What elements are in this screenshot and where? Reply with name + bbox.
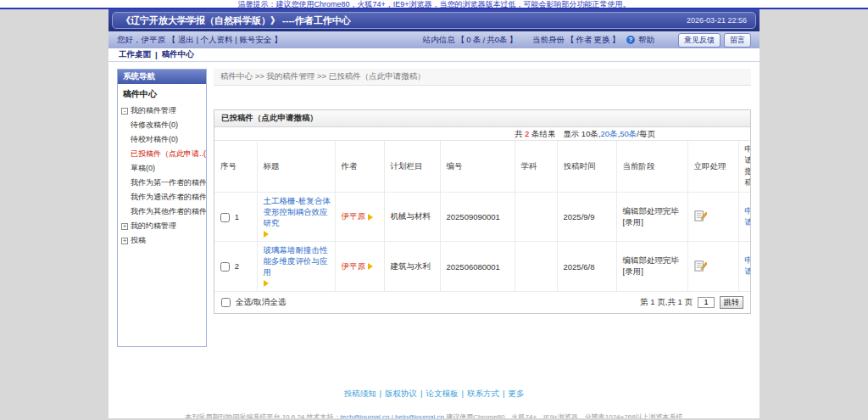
sidebar-group-my-manuscripts[interactable]: - 我的稿件管理 [118, 104, 206, 118]
footer-link-copyright[interactable]: 版权协议 [385, 389, 417, 398]
results-count: 共 2 条结果 [515, 129, 556, 140]
edit-icon[interactable] [694, 210, 707, 224]
account-security-link[interactable]: 账号安全 [239, 35, 271, 44]
status-info: 站内信息 【 0 条 / 共0条 】 当前身份 【 作者 更换 】 ? 帮助 [423, 35, 654, 46]
page-size-20[interactable]: 20条 [601, 129, 618, 138]
author-cell: 伊平原 [335, 242, 384, 291]
sidebar-item-other-author[interactable]: 我作为其他作者的稿件 [118, 204, 206, 219]
subject-cell [515, 193, 557, 242]
col-author: 作者 [335, 141, 384, 193]
withdraw-apply-link[interactable]: 申请 [745, 255, 751, 276]
sidebar-group-label[interactable]: 我的约稿管理 [131, 221, 176, 232]
expand-arrow-icon[interactable] [264, 280, 269, 287]
footer-links: 投稿须知|版权协议|论文模板|联系方式|更多 [108, 389, 760, 400]
sidebar-item-pending-proofread[interactable]: 待校对稿件(0) [118, 132, 206, 147]
leave-message-button[interactable]: 留言 [724, 33, 751, 48]
title-cell: 玻璃幕墙耐撞击性能多维度评价与应用 [257, 242, 335, 291]
sidebar-item-submitted[interactable]: 已投稿件（点此申请..(2) [118, 147, 206, 161]
footer-link-contact[interactable]: 联系方式 [467, 389, 499, 398]
sidebar-group-label[interactable]: 我的稿件管理 [131, 105, 176, 116]
messages-label: 站内信息 [423, 35, 455, 46]
footer-bottom-text: 本刊采用期刊协同采编系统平台 10.6.24 技术支持：tech@journal… [108, 412, 760, 418]
author-cell: 伊平原 [335, 193, 384, 242]
masthead: 《辽宁开放大学学报（自然科学版）》 ----作者工作中心 2026-03-21 … [108, 9, 760, 31]
collapse-icon[interactable]: - [121, 108, 128, 115]
user-bar: 您好，伊平原 【 退出 | 个人资料 | 账号安全 】 站内信息 【 0 条 /… [108, 31, 760, 48]
stage-cell: 编辑部处理完毕[录用] [616, 242, 687, 291]
switch-role-link[interactable]: 更换 [594, 35, 610, 46]
table-row: 1 土工格栅-桩复合体变形控制耦合效应研究 伊平原 机械与材料 [214, 193, 750, 242]
expand-arrow-icon[interactable] [264, 231, 269, 238]
sidebar-item-first-author[interactable]: 我作为第一作者的稿件(2) [118, 176, 206, 190]
separator: | [235, 35, 236, 44]
stage-cell: 编辑部处理完毕[录用] [616, 193, 687, 242]
page-size-options: 显示 10条,20条,50条/每页 [563, 129, 655, 140]
expand-arrow-icon[interactable] [368, 263, 373, 270]
messages-count-link[interactable]: 0 条 [466, 35, 481, 46]
separator: | [196, 35, 198, 44]
sidebar-title: 系统导航 [118, 70, 206, 84]
content-area: 系统导航 稿件中心 - 我的稿件管理 待修改稿件(0) 待校对稿件(0) 已投稿… [108, 62, 760, 347]
masthead-inner: 《辽宁开放大学学报（自然科学版）》 ----作者工作中心 2026-03-21 … [112, 12, 756, 29]
page-number-input[interactable] [698, 297, 715, 308]
footer-link-submission-guide[interactable]: 投稿须知 [344, 389, 376, 398]
current-datetime: 2026-03-21 22:56 [687, 16, 747, 25]
sidebar-item-corresponding-author[interactable]: 我作为通讯作者的稿件 [118, 190, 206, 204]
sidebar-group-submit[interactable]: + 投稿 [118, 233, 206, 248]
top-tab-bar: 工作桌面 | 稿件中心 [108, 48, 760, 62]
col-subject[interactable]: 学科 [515, 141, 557, 193]
footer-link-more[interactable]: 更多 [508, 389, 524, 398]
bracket: 【 [457, 35, 465, 46]
row-checkbox[interactable] [220, 262, 230, 272]
role-label: 当前身份 [532, 35, 565, 46]
author-link[interactable]: 伊平原 [342, 261, 366, 271]
bracket: 【 [566, 35, 575, 46]
withdraw-apply-link[interactable]: 申请 [745, 206, 751, 227]
page-size-50[interactable]: 50条 [620, 129, 637, 138]
user-info: 您好，伊平原 【 退出 | 个人资料 | 账号安全 】 [117, 35, 281, 46]
col-submit-date[interactable]: 投稿时间 [557, 141, 616, 193]
help-icon[interactable]: ? [626, 36, 635, 44]
seq-cell: 2 [214, 242, 257, 291]
sidebar-group-invited-manuscripts[interactable]: + 我的约稿管理 [118, 219, 206, 233]
tab-work-desktop[interactable]: 工作桌面 [119, 49, 151, 60]
page-container: 《辽宁开放大学学报（自然科学版）》 ----作者工作中心 2026-03-21 … [108, 9, 760, 418]
number-cell: 202506080001 [440, 242, 515, 291]
bracket: 】 [509, 35, 518, 46]
seq-cell: 1 [214, 193, 257, 242]
go-to-page-button[interactable]: 跳转 [720, 296, 743, 309]
messages-total: 共0条 [487, 35, 507, 46]
select-all-checkbox[interactable] [221, 298, 231, 307]
manuscript-title-link[interactable]: 土工格栅-桩复合体变形控制耦合效应研究 [264, 196, 331, 228]
sidebar-item-pending-revision[interactable]: 待修改稿件(0) [118, 118, 206, 132]
sidebar-item-drafts[interactable]: 草稿(0) [118, 161, 206, 176]
expand-arrow-icon[interactable] [368, 214, 373, 221]
pagination-info: 第 1 页,共 1 页 [640, 297, 693, 308]
bracket: 【 [168, 35, 176, 44]
col-planned-column[interactable]: 计划栏目 [384, 141, 440, 193]
sidebar-group-label[interactable]: 投稿 [131, 235, 146, 246]
expand-icon[interactable]: + [121, 223, 128, 230]
logout-link[interactable]: 退出 [178, 35, 194, 44]
footer-link-template[interactable]: 论文模板 [426, 389, 459, 398]
col-seq: 序号 [214, 141, 257, 193]
edit-icon[interactable] [694, 260, 707, 274]
expand-icon[interactable]: + [121, 238, 128, 244]
table-footer-row: 全选/取消全选 第 1 页,共 1 页 跳转 [214, 291, 750, 313]
col-number[interactable]: 编号 [440, 141, 515, 193]
browser-tip-bar: 温馨提示：建议您使用Chrome80，火狐74+，IE9+浏览器，当您的浏览器版… [0, 0, 868, 9]
withdraw-cell: 申请 [738, 242, 750, 291]
row-checkbox[interactable] [220, 213, 230, 222]
author-link[interactable]: 伊平原 [342, 211, 366, 221]
sidebar-navigation: 系统导航 稿件中心 - 我的稿件管理 待修改稿件(0) 待校对稿件(0) 已投稿… [117, 69, 207, 347]
manuscript-title-link[interactable]: 玻璃幕墙耐撞击性能多维度评价与应用 [264, 245, 331, 277]
panel-title: 已投稿件（点此申请撤稿） [214, 110, 750, 127]
help-link[interactable]: 帮助 [638, 35, 654, 46]
submit-date-cell: 2025/6/8 [557, 242, 616, 291]
sidebar-section-manuscript-center[interactable]: 稿件中心 [118, 84, 206, 104]
profile-link[interactable]: 个人资料 [201, 35, 233, 44]
support-email-links: tech@journal.cn | help@journal.cn [341, 413, 444, 418]
page-size-10: 10条 [581, 129, 598, 138]
feedback-button[interactable]: 意见反馈 [678, 33, 721, 48]
tab-manuscript-center[interactable]: 稿件中心 [162, 49, 194, 60]
